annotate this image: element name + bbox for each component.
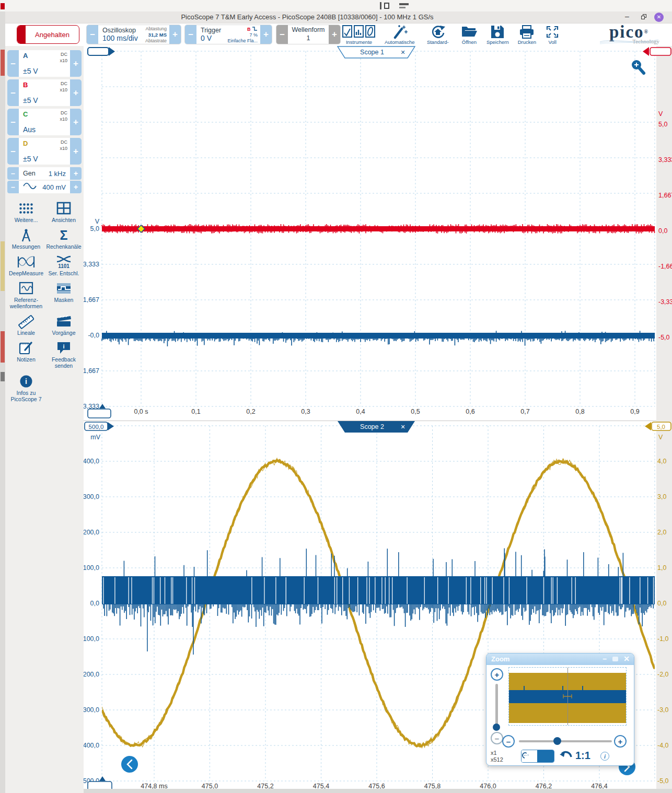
zoom-info-button[interactable]: i (600, 752, 609, 761)
sidebar-tool-ser-entschl[interactable]: 1101Ser. Entschl. (45, 254, 82, 276)
timebase-increase-button[interactable]: + (169, 25, 181, 44)
zoom-ratio-button[interactable]: 1:1 (575, 750, 590, 762)
restore-button[interactable] (641, 14, 647, 20)
scope2-left-axis-label: 400,0 (84, 458, 99, 465)
scope2-scroll-left-button[interactable] (121, 756, 138, 773)
picoscope-app-window: PicoScope 7 T&M Early Access - PicoScope… (5, 11, 672, 793)
generator-amplitude-decrease-button[interactable]: – (7, 181, 19, 193)
scope2-left-axis-label: 100,0 (84, 564, 99, 572)
channel-B-settings[interactable]: BDCx10±5 V (19, 79, 70, 106)
tab-close-icon[interactable]: ✕ (400, 424, 405, 430)
scope2-left-axis-label: 0,0 (90, 600, 99, 607)
generator-frequency[interactable]: Gen1 kHz (19, 167, 70, 180)
zoom-window-titlebar[interactable]: Zoom – ✕ (486, 654, 634, 665)
scope1-plot[interactable]: V5,03,3331,667-0,0-1,667-3,333V5,03,3331… (84, 46, 672, 421)
toolbar-button-save[interactable]: Speichern (486, 24, 509, 45)
scope2-right-axis-label: 1,0 (657, 564, 666, 572)
toolbar-button-full[interactable]: Voll (545, 24, 560, 45)
trigger-settings[interactable]: Trigger 0 V B 7 % Einfache Fla... Einzel… (196, 25, 260, 44)
generator-amplitude[interactable]: 400 mV (19, 181, 70, 193)
close-button[interactable]: ✕ (654, 13, 664, 22)
sidebar-tool-rechenkanaele[interactable]: ΣRechenkanäle (45, 228, 82, 250)
sidebar-tool-messungen[interactable]: Messungen (8, 228, 44, 250)
scope1-zoom-magnifier-icon[interactable] (632, 60, 644, 73)
zoom-mode-pan-button[interactable] (537, 750, 554, 762)
sidebar-tool-vorgaenge[interactable]: Vorgänge (45, 314, 82, 336)
sidebar-tool-ansichten[interactable]: Ansichten (45, 201, 82, 223)
svg-text:i: i (25, 377, 27, 386)
tab-close-icon[interactable]: ✕ (400, 49, 405, 55)
toolbar-button-print[interactable]: Drucken (518, 24, 536, 45)
oszilloskop-settings[interactable]: Oszilloskop 100 ms/div Abtastung 31,2 MS… (98, 25, 169, 44)
stop-indicator (17, 26, 26, 43)
scope1-right-axis-label: -1,667 (658, 263, 672, 270)
sidebar-tool-referenzwellenformen[interactable]: Referenz- wellenformen (8, 281, 44, 309)
sidebar-tool-masken[interactable]: Masken (45, 281, 82, 309)
preview-spike (562, 686, 563, 691)
zoom-vertical-out-button[interactable]: – (491, 732, 503, 744)
sidebar-tool-lineale[interactable]: Lineale (8, 314, 44, 336)
channel-D-increase-button[interactable]: + (70, 138, 82, 165)
trigger-title: Trigger (201, 27, 221, 34)
channel-C-settings[interactable]: CDCx10Aus (19, 109, 70, 135)
toolbar-button-open[interactable]: Öffnen (461, 24, 478, 45)
scope1-x-offset-marker[interactable] (88, 47, 115, 56)
channel-A-increase-button[interactable]: + (70, 50, 82, 77)
tab-scope2[interactable]: Scope 2✕ (338, 421, 415, 433)
sidebar-tool-feedback[interactable]: iFeedback senden (45, 341, 82, 369)
generator-frequency-decrease-button[interactable]: – (7, 167, 19, 180)
scope1-right-axis-offset-marker[interactable] (643, 47, 671, 56)
zoom-horizontal-out-button[interactable]: – (502, 735, 515, 748)
channel-B-decrease-button[interactable]: – (7, 79, 19, 106)
channel-D-settings[interactable]: DDCx10±5 V (19, 138, 70, 165)
zoom-overview-preview[interactable] (508, 667, 627, 726)
stop-button[interactable]: Angehalten (17, 25, 79, 44)
waveform-next-button[interactable]: + (329, 25, 340, 44)
scope2-right-axis-label: -1,0 (657, 635, 669, 643)
zoom-maximize-button[interactable] (612, 657, 618, 661)
titlebar[interactable]: PicoScope 7 T&M Early Access - PicoScope… (5, 11, 672, 24)
waveform-prev-button[interactable]: – (276, 25, 288, 44)
channel-D-decrease-button[interactable]: – (7, 138, 19, 165)
trigger-increase-button[interactable]: + (260, 25, 272, 44)
zoom-vertical-slider-thumb[interactable] (493, 724, 500, 731)
scope2-right-axis-offset-marker[interactable]: 5,0 (645, 422, 671, 430)
sidebar-tool-notizen[interactable]: Notizen (8, 341, 44, 369)
zoom-minimize-button[interactable]: – (603, 655, 607, 663)
channel-B-increase-button[interactable]: + (70, 79, 82, 106)
generator-amplitude-increase-button[interactable]: + (70, 181, 82, 193)
timebase-decrease-button[interactable]: – (87, 25, 98, 44)
minimize-button[interactable]: – (622, 12, 632, 20)
channel-B-range: ±5 V (23, 96, 38, 104)
background-fragment (1, 241, 5, 291)
tab-scope1[interactable]: Scope 1✕ (338, 46, 415, 58)
channel-A-decrease-button[interactable]: – (7, 50, 19, 77)
zoom-horizontal-slider-thumb[interactable] (553, 737, 561, 745)
channel-C-decrease-button[interactable]: – (7, 109, 19, 135)
toolbar-button-instrumente[interactable]: Instrumente (342, 24, 376, 45)
zoom-horizontal-in-button[interactable]: + (614, 735, 627, 748)
channel-C-increase-button[interactable]: + (70, 109, 82, 135)
sidebar-tool-label: Vorgänge (52, 330, 76, 336)
scope1-right-axis-label: -5,0 (658, 334, 670, 341)
zoom-window[interactable]: Zoom – ✕ + – (486, 653, 634, 766)
generator-frequency-increase-button[interactable]: + (70, 167, 82, 180)
channel-B-coupling-probe: DCx10 (60, 81, 67, 93)
zoom-close-button[interactable]: ✕ (623, 655, 630, 663)
channel-A-settings[interactable]: ADCx10±5 V (19, 50, 70, 77)
notizen-icon (18, 341, 34, 355)
waveform-text: Wellenform 1 von 1 (288, 26, 329, 44)
zoom-horizontal-slider-track[interactable] (519, 740, 612, 742)
sidebar-tool-label: Infos zu PicoScope 7 (11, 390, 42, 402)
sidebar-tool-weitere[interactable]: Weitere... (8, 201, 44, 223)
waveform-info[interactable]: Wellenform 1 von 1 (288, 25, 329, 44)
scope2-left-axis-offset-marker[interactable]: 500,0 (85, 422, 114, 430)
bottom-scrollbar[interactable] (84, 789, 672, 793)
scope2-right-axis-label: -2,0 (657, 671, 669, 678)
sidebar-tool-deepmeasure[interactable]: DeepMeasure (8, 254, 44, 276)
sidebar-tool-infos[interactable]: iInfos zu PicoScope 7 (8, 374, 44, 402)
trigger-decrease-button[interactable]: – (185, 25, 196, 44)
zoom-vertical-in-button[interactable]: + (491, 668, 503, 681)
scope1-x-axis-label: 0,0 s (134, 408, 148, 415)
zoom-vertical-slider-track[interactable] (495, 684, 498, 730)
